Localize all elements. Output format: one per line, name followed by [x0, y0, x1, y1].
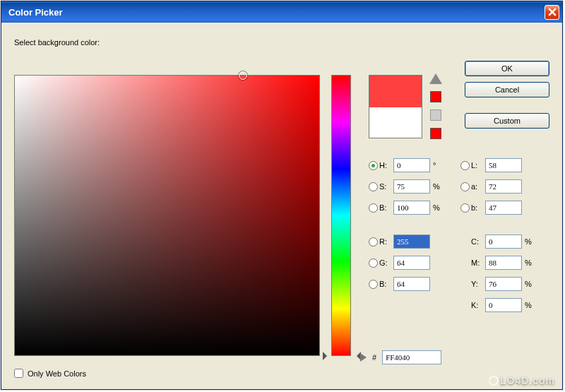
value-fields: H: ° L: S: % a:: [369, 157, 549, 318]
suffix-pct-s: %: [430, 182, 443, 191]
label-b-rgb: B:: [379, 280, 393, 288]
input-b-hsb[interactable]: [393, 201, 430, 215]
web-colors-checkbox-row[interactable]: Only Web Colors: [14, 369, 86, 378]
input-a[interactable]: [485, 179, 522, 194]
color-preview: [369, 75, 422, 138]
saturation-brightness-field[interactable]: [14, 75, 320, 356]
label-s: S:: [379, 182, 393, 191]
radio-b-lab[interactable]: [460, 203, 470, 213]
input-m[interactable]: [485, 256, 522, 270]
radio-a[interactable]: [460, 182, 470, 191]
input-c[interactable]: [485, 234, 522, 249]
input-g[interactable]: [393, 256, 430, 270]
label-c: C:: [471, 237, 485, 246]
hue-slider[interactable]: [331, 75, 352, 356]
label-h: H:: [379, 161, 393, 170]
web-colors-label: Only Web Colors: [28, 369, 86, 378]
gamut-swatch[interactable]: [430, 91, 441, 102]
radio-h[interactable]: [369, 161, 378, 170]
color-picker-dialog: Color Picker Select background color:: [1, 1, 563, 390]
hex-pointer-icon: [360, 353, 367, 362]
radio-l[interactable]: [460, 161, 470, 170]
websafe-cube-icon[interactable]: [430, 109, 441, 121]
label-k: K:: [471, 301, 485, 309]
label-b-lab: b:: [471, 203, 485, 212]
hue-handle-left-icon[interactable]: [323, 352, 331, 360]
radio-r[interactable]: [369, 237, 378, 247]
cancel-button[interactable]: Cancel: [465, 82, 549, 97]
suffix-degree: °: [430, 161, 443, 170]
label-m: M:: [471, 259, 485, 267]
label-l: L:: [471, 161, 485, 170]
sb-marker[interactable]: [239, 71, 247, 80]
radio-b-hsb[interactable]: [369, 203, 378, 213]
ok-button[interactable]: OK: [465, 61, 549, 76]
window-title: Color Picker: [8, 7, 545, 18]
label-g: G:: [379, 259, 393, 267]
suffix-pct-b: %: [430, 203, 443, 212]
input-l[interactable]: [485, 158, 522, 172]
web-colors-checkbox[interactable]: [14, 369, 23, 378]
custom-button[interactable]: Custom: [465, 113, 549, 129]
input-y[interactable]: [485, 277, 522, 291]
close-button[interactable]: [545, 5, 559, 20]
watermark-icon: [489, 376, 499, 386]
input-h[interactable]: [393, 158, 430, 172]
watermark: LO4D.com: [489, 375, 555, 386]
radio-g[interactable]: [369, 259, 378, 268]
input-b-rgb[interactable]: [393, 277, 430, 291]
titlebar[interactable]: Color Picker: [1, 1, 562, 23]
close-icon: [548, 8, 557, 16]
preview-old-color[interactable]: [369, 107, 422, 138]
suffix-pct-k: %: [522, 301, 535, 309]
hue-strip[interactable]: [331, 75, 351, 356]
suffix-pct-c: %: [522, 237, 535, 246]
label-r: R:: [379, 237, 393, 246]
suffix-pct-y: %: [522, 280, 535, 288]
radio-s[interactable]: [369, 182, 378, 191]
label-y: Y:: [471, 280, 485, 288]
websafe-swatch[interactable]: [430, 128, 441, 139]
input-k[interactable]: [485, 298, 522, 312]
input-b-lab[interactable]: [485, 201, 522, 215]
suffix-pct-m: %: [522, 259, 535, 267]
prompt-label: Select background color:: [14, 38, 549, 47]
input-r[interactable]: [393, 234, 430, 249]
label-b-hsb: B:: [379, 203, 393, 212]
preview-new-color: [369, 76, 422, 107]
radio-b-rgb[interactable]: [369, 280, 378, 289]
input-hex[interactable]: [382, 350, 441, 364]
label-a: a:: [471, 182, 485, 191]
input-s[interactable]: [393, 179, 430, 194]
gamut-warning-icon[interactable]: [429, 73, 442, 84]
label-hash: #: [372, 353, 376, 362]
